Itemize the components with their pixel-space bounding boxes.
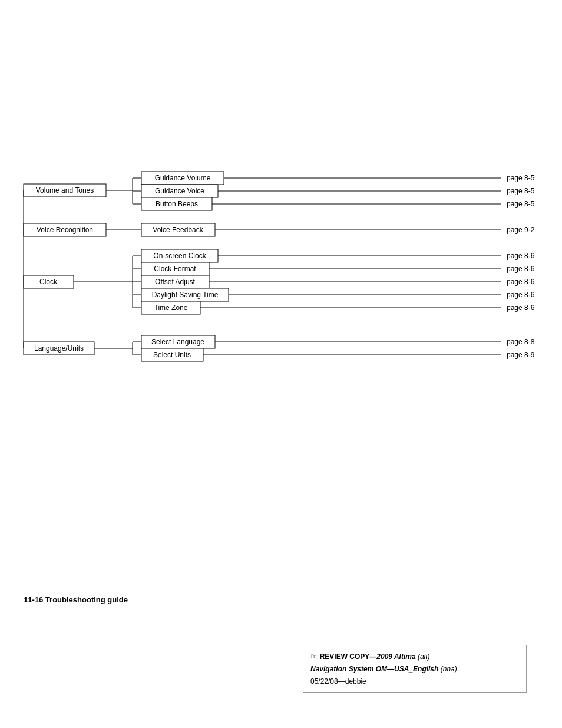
page-number: 11-16 bbox=[24, 595, 43, 604]
time-zone-label: Time Zone bbox=[154, 304, 188, 312]
clock-format-label: Clock Format bbox=[154, 265, 196, 273]
daylight-saving-time-page: page 8-6 bbox=[507, 291, 535, 299]
review-line1: ☞ REVIEW COPY—2009 Altima (alt) bbox=[310, 650, 519, 663]
voice-feedback-page: page 9-2 bbox=[507, 226, 535, 234]
guidance-volume-label: Guidance Volume bbox=[155, 174, 211, 182]
select-language-label: Select Language bbox=[151, 338, 204, 346]
on-screen-clock-label: On-screen Clock bbox=[153, 252, 206, 260]
review-copy-box: ☞ REVIEW COPY—2009 Altima (alt) Navigati… bbox=[303, 645, 527, 693]
finger-icon: ☞ bbox=[310, 652, 320, 661]
select-language-page: page 8-8 bbox=[507, 338, 535, 346]
button-beeps-label: Button Beeps bbox=[156, 200, 198, 208]
voice-recognition-label: Voice Recognition bbox=[37, 226, 93, 234]
volume-and-tones-label: Volume and Tones bbox=[36, 186, 94, 195]
clock-format-page: page 8-6 bbox=[507, 265, 535, 273]
tree-diagram-svg: Volume and Tones Guidance Volume page 8-… bbox=[24, 165, 542, 430]
time-zone-page: page 8-6 bbox=[507, 304, 535, 312]
guidance-volume-page: page 8-5 bbox=[507, 174, 535, 182]
voice-feedback-label: Voice Feedback bbox=[153, 226, 203, 234]
select-units-page: page 8-9 bbox=[507, 351, 535, 359]
guidance-voice-page: page 8-5 bbox=[507, 187, 535, 195]
review-line3: 05/22/08—debbie bbox=[310, 676, 519, 687]
review-copy-alt: (alt) bbox=[416, 653, 430, 661]
button-beeps-page: page 8-5 bbox=[507, 200, 535, 208]
review-nav-system: Navigation System OM—USA_English (nna) bbox=[310, 665, 457, 673]
offset-adjust-label: Offset Adjust bbox=[155, 278, 195, 286]
review-line2: Navigation System OM—USA_English (nna) bbox=[310, 663, 519, 675]
clock-label: Clock bbox=[39, 278, 58, 286]
select-units-label: Select Units bbox=[153, 351, 191, 359]
footer-section: 11-16 Troubleshooting guide bbox=[24, 595, 128, 604]
section-title: Troubleshooting guide bbox=[45, 595, 128, 604]
guidance-voice-label: Guidance Voice bbox=[155, 187, 204, 195]
language-units-label: Language/Units bbox=[34, 344, 84, 353]
on-screen-clock-page: page 8-6 bbox=[507, 252, 535, 260]
page-container: Volume and Tones Guidance Volume page 8-… bbox=[0, 0, 562, 728]
review-copy-italic-altima: 2009 Altima bbox=[376, 653, 415, 661]
diagram-area: Volume and Tones Guidance Volume page 8-… bbox=[24, 165, 542, 432]
daylight-saving-time-label: Daylight Saving Time bbox=[152, 291, 219, 299]
offset-adjust-page: page 8-6 bbox=[507, 278, 535, 286]
review-copy-bold: REVIEW COPY— bbox=[320, 653, 377, 661]
